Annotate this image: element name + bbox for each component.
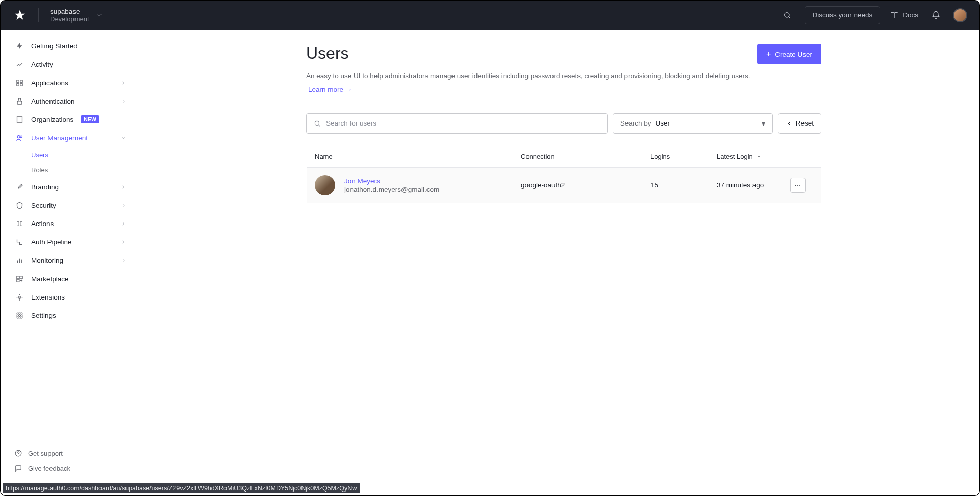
search-input[interactable] bbox=[326, 119, 600, 127]
notifications-button[interactable] bbox=[928, 8, 943, 22]
chevron-right-icon bbox=[121, 80, 127, 86]
docs-label: Docs bbox=[902, 11, 918, 19]
column-connection: Connection bbox=[521, 153, 650, 160]
puzzle-icon bbox=[15, 293, 24, 301]
create-user-button[interactable]: + Create User bbox=[757, 44, 821, 64]
nav-label: Branding bbox=[31, 183, 59, 191]
svg-rect-5 bbox=[20, 83, 22, 85]
grid-icon bbox=[15, 79, 24, 87]
svg-rect-18 bbox=[20, 276, 22, 278]
nav-label: Auth Pipeline bbox=[31, 238, 72, 246]
svg-rect-2 bbox=[16, 80, 18, 82]
sidebar-item-activity[interactable]: Activity bbox=[1, 55, 136, 73]
searchby-value: User bbox=[656, 119, 670, 127]
feedback-label: Give feedback bbox=[28, 465, 70, 473]
svg-line-24 bbox=[319, 125, 320, 126]
learn-more-link[interactable]: Learn more → bbox=[308, 86, 353, 93]
profile-avatar[interactable] bbox=[953, 8, 967, 22]
user-logins: 15 bbox=[650, 181, 717, 189]
sidebar-item-extensions[interactable]: Extensions bbox=[1, 288, 136, 306]
discuss-button[interactable]: Discuss your needs bbox=[805, 6, 880, 24]
svg-line-1 bbox=[789, 17, 790, 18]
header: supabase Development Discuss your needs … bbox=[1, 1, 979, 30]
svg-point-12 bbox=[17, 135, 20, 138]
sidebar-subitem-roles[interactable]: Roles bbox=[1, 162, 136, 178]
chevron-right-icon bbox=[121, 239, 127, 245]
chevron-right-icon bbox=[121, 203, 127, 208]
sidebar-item-settings[interactable]: Settings bbox=[1, 306, 136, 325]
main: Users + Create User An easy to use UI to… bbox=[136, 30, 979, 483]
column-logins: Logins bbox=[650, 153, 717, 160]
nav-label: Organizations bbox=[31, 116, 73, 123]
row-actions-button[interactable] bbox=[790, 178, 806, 193]
create-label: Create User bbox=[775, 51, 812, 58]
search-icon bbox=[314, 120, 321, 127]
chevron-right-icon bbox=[121, 258, 127, 263]
tenant-environment: Development bbox=[50, 15, 89, 23]
user-avatar bbox=[315, 175, 335, 195]
user-latest-login: 37 minutes ago bbox=[717, 181, 790, 189]
users-table: Name Connection Logins Latest Login Jon … bbox=[306, 145, 821, 204]
chevron-right-icon bbox=[121, 221, 127, 227]
searchby-label: Search by bbox=[620, 119, 651, 127]
tenant-switcher[interactable]: supabase Development bbox=[50, 8, 103, 23]
sidebar-item-auth-pipeline[interactable]: Auth Pipeline bbox=[1, 233, 136, 251]
sidebar-item-applications[interactable]: Applications bbox=[1, 73, 136, 92]
chart-icon bbox=[15, 61, 24, 68]
nav-label: Monitoring bbox=[31, 257, 63, 264]
svg-rect-3 bbox=[20, 80, 22, 82]
sidebar-subitem-users[interactable]: Users bbox=[1, 147, 136, 162]
user-name-link[interactable]: Jon Meyers bbox=[344, 177, 439, 185]
chevron-down-icon bbox=[756, 154, 762, 159]
user-email: jonathon.d.meyers@gmail.com bbox=[344, 186, 439, 193]
search-input-wrapper[interactable] bbox=[306, 113, 608, 134]
sidebar-item-user-management[interactable]: User Management bbox=[1, 129, 136, 147]
sidebar-item-actions[interactable]: Actions bbox=[1, 214, 136, 233]
user-icon bbox=[15, 134, 24, 142]
browser-status-bar: https://manage.auth0.com/dashboard/au/su… bbox=[3, 483, 360, 493]
pipeline-icon bbox=[15, 238, 24, 246]
svg-rect-4 bbox=[16, 83, 18, 85]
bars-icon bbox=[15, 257, 24, 264]
sidebar-item-getting-started[interactable]: Getting Started bbox=[1, 37, 136, 55]
reset-button[interactable]: Reset bbox=[778, 113, 821, 134]
sidebar-item-branding[interactable]: Branding bbox=[1, 178, 136, 196]
chevron-down-icon bbox=[121, 135, 127, 141]
tenant-name: supabase bbox=[50, 8, 89, 15]
arrow-right-icon: → bbox=[345, 86, 353, 93]
nav-label: Authentication bbox=[31, 97, 75, 105]
docs-link[interactable]: Docs bbox=[890, 8, 918, 22]
sidebar-item-organizations[interactable]: Organizations NEW bbox=[1, 110, 136, 129]
svg-rect-15 bbox=[19, 258, 20, 263]
divider bbox=[38, 8, 39, 22]
page-title: Users bbox=[306, 44, 349, 63]
nav: Getting Started Activity Applications Au… bbox=[1, 37, 136, 445]
brush-icon bbox=[15, 183, 24, 191]
gear-icon bbox=[15, 312, 24, 319]
nav-label: Getting Started bbox=[31, 42, 78, 50]
plus-icon: + bbox=[766, 50, 771, 58]
bolt-icon bbox=[15, 42, 24, 50]
chevron-right-icon bbox=[121, 98, 127, 104]
user-connection: google-oauth2 bbox=[521, 181, 650, 189]
sidebar-item-authentication[interactable]: Authentication bbox=[1, 92, 136, 110]
svg-point-28 bbox=[797, 185, 798, 186]
auth0-logo[interactable] bbox=[13, 8, 27, 22]
sidebar-item-marketplace[interactable]: Marketplace bbox=[1, 269, 136, 288]
svg-point-23 bbox=[315, 121, 319, 125]
table-header: Name Connection Logins Latest Login bbox=[307, 145, 821, 168]
sidebar: Getting Started Activity Applications Au… bbox=[1, 30, 136, 483]
search-by-dropdown[interactable]: Search by User ▾ bbox=[613, 113, 773, 134]
svg-rect-17 bbox=[16, 276, 19, 278]
column-latest-login[interactable]: Latest Login bbox=[717, 153, 790, 160]
search-button[interactable] bbox=[780, 8, 794, 22]
give-feedback-link[interactable]: Give feedback bbox=[15, 461, 127, 476]
sidebar-item-security[interactable]: Security bbox=[1, 196, 136, 214]
table-row[interactable]: Jon Meyers jonathon.d.meyers@gmail.com g… bbox=[307, 168, 821, 203]
get-support-link[interactable]: Get support bbox=[15, 445, 127, 461]
nav-label: Marketplace bbox=[31, 275, 69, 283]
sidebar-item-monitoring[interactable]: Monitoring bbox=[1, 251, 136, 269]
nav-label: Extensions bbox=[31, 293, 65, 301]
svg-point-21 bbox=[18, 314, 20, 316]
support-label: Get support bbox=[28, 450, 63, 457]
